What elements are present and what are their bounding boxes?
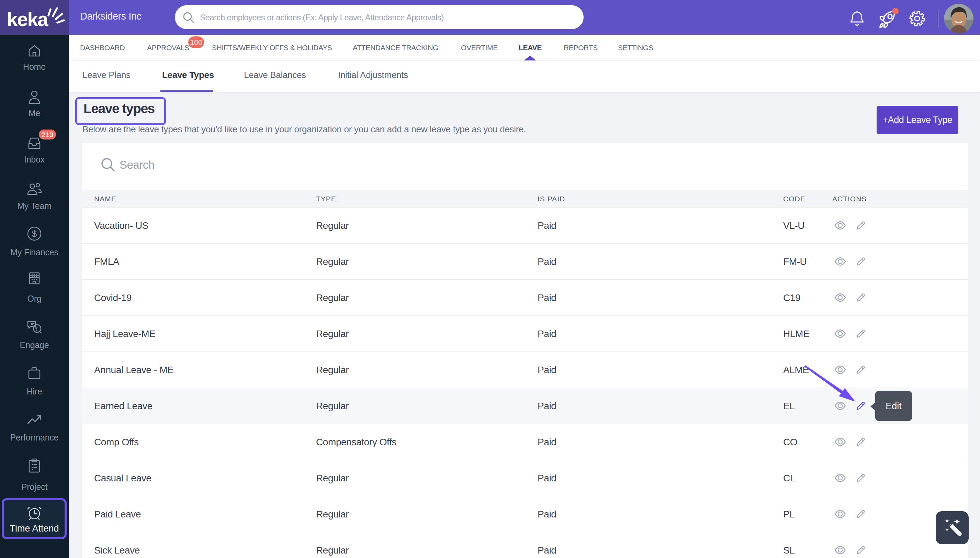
svg-text:$: $ [32,228,37,239]
svg-text:keka: keka [7,8,49,30]
